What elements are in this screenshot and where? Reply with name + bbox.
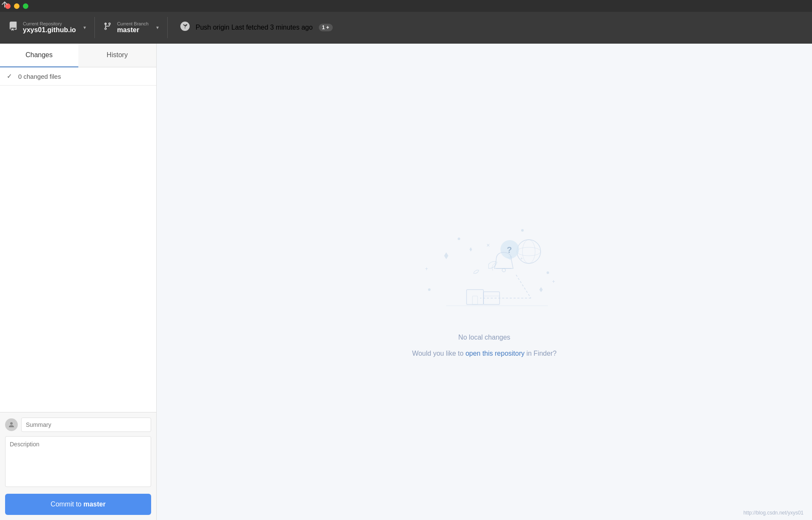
svg-point-1 (458, 238, 460, 240)
repository-name: yxys01.github.io (23, 26, 76, 34)
empty-state: No local changes Would you like to open … (412, 332, 556, 359)
tab-history[interactable]: History (78, 44, 157, 67)
branch-chevron-icon: ▾ (156, 25, 159, 30)
branch-icon (103, 22, 112, 33)
repository-chevron-icon: ▾ (83, 25, 86, 30)
commit-button[interactable]: Commit to master (5, 494, 151, 515)
summary-row (5, 418, 151, 432)
files-list (0, 86, 156, 412)
svg-point-2 (521, 229, 524, 232)
svg-rect-19 (467, 290, 483, 304)
svg-text:+: + (552, 279, 555, 285)
toolbar: Current Repository yxys01.github.io ▾ Cu… (0, 12, 812, 44)
svg-point-10 (517, 247, 541, 256)
maximize-button[interactable] (23, 3, 28, 9)
avatar (5, 418, 18, 431)
empty-body: Would you like to open this repository i… (412, 348, 556, 359)
push-origin-section[interactable]: Push origin Last fetched 3 minutes ago 1… (168, 22, 812, 33)
push-label: Push origin (196, 24, 229, 31)
tab-changes[interactable]: Changes (0, 44, 78, 67)
branch-label: Current Branch (117, 21, 149, 26)
changed-files-label: 0 changed files (18, 73, 61, 80)
checkbox-icon[interactable]: ✓ (7, 72, 12, 80)
watermark: http://blog.csdn.net/yxys01 (743, 510, 804, 516)
push-sub: Last fetched 3 minutes ago (231, 24, 312, 31)
branch-name: master (117, 26, 149, 34)
tabs: Changes History (0, 44, 156, 67)
svg-rect-20 (472, 296, 478, 304)
push-badge: 1 + (319, 24, 333, 31)
push-text: Push origin Last fetched 3 minutes ago (196, 24, 313, 31)
minimize-button[interactable] (14, 3, 19, 9)
svg-point-15 (502, 268, 505, 272)
branch-text: Current Branch master (117, 21, 149, 34)
titlebar (0, 0, 812, 12)
svg-point-11 (522, 240, 535, 263)
push-icon (180, 22, 190, 33)
svg-point-9 (517, 240, 541, 263)
content-area: × + + + ? (157, 44, 812, 520)
empty-body-suffix: in Finder? (525, 350, 557, 357)
commit-button-prefix: Commit to (51, 501, 83, 508)
current-repository-section[interactable]: Current Repository yxys01.github.io ▾ (0, 12, 94, 43)
empty-title: No local changes (458, 332, 511, 343)
repository-label: Current Repository (23, 21, 76, 26)
sidebar: Changes History ✓ 0 changed files Commit (0, 44, 157, 520)
svg-point-4 (428, 288, 431, 291)
description-input[interactable] (5, 436, 151, 487)
commit-area: Commit to master (0, 412, 156, 520)
repository-text: Current Repository yxys01.github.io (23, 21, 76, 34)
svg-text:+: + (425, 266, 428, 272)
svg-point-3 (547, 271, 549, 274)
changed-files-row: ✓ 0 changed files (0, 67, 156, 86)
svg-line-17 (516, 275, 531, 298)
svg-text:×: × (486, 242, 490, 249)
commit-button-branch: master (83, 501, 105, 508)
repository-icon (8, 22, 18, 33)
empty-body-prefix: Would you like to (412, 350, 465, 357)
current-branch-section[interactable]: Current Branch master ▾ (95, 12, 167, 43)
summary-input[interactable] (21, 418, 151, 432)
open-repository-link[interactable]: open this repository (465, 350, 525, 357)
empty-illustration: × + + + ? (404, 205, 565, 324)
main-area: Changes History ✓ 0 changed files Commit (0, 44, 812, 520)
